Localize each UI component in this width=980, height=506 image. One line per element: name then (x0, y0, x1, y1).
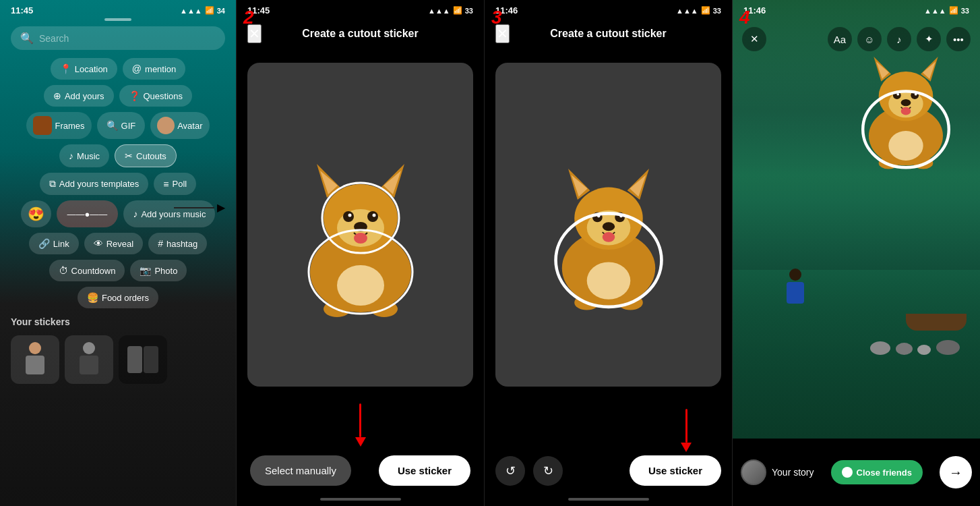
sticker-slider[interactable]: ——●—— (57, 200, 119, 227)
sticker-music[interactable]: ♪ Music (59, 144, 109, 167)
sticker-mention-label: mention (145, 64, 176, 74)
wifi-icon-4: 📶 (949, 6, 958, 15)
panel-title-3: Create a cutout sticker (550, 28, 667, 40)
sticker-poll-label: Poll (173, 179, 187, 189)
add-yours-icon: ⊕ (53, 90, 61, 101)
redo-button[interactable]: ↻ (533, 456, 563, 486)
svg-point-47 (901, 107, 911, 115)
sticker-location[interactable]: 📍 Location (51, 58, 117, 80)
sticker-row-4: ♪ Music ✂ Cutouts (8, 144, 228, 167)
sticker-link[interactable]: 🔗 Link (29, 233, 79, 254)
panel-bottom-2: Select manually Use sticker (237, 455, 484, 486)
person-head (29, 342, 41, 354)
close-friends-button[interactable]: Close friends (831, 460, 923, 484)
wifi-icon: 📶 (205, 6, 214, 15)
sticker-questions[interactable]: ❓ Questions (119, 85, 193, 107)
send-story-button[interactable]: → (940, 456, 972, 488)
search-input[interactable] (39, 33, 216, 44)
music-tool-button[interactable]: ♪ (887, 27, 911, 51)
sticker-photo[interactable]: 📷 Photo (130, 260, 187, 281)
sticker-row-9: 🍔 Food orders (8, 287, 228, 308)
sticker-add-yours[interactable]: ⊕ Add yours (44, 85, 114, 107)
sticker-gif-label: GIF (121, 121, 136, 131)
undo-redo-bar: ↺ ↻ (495, 456, 563, 486)
undo-button[interactable]: ↺ (495, 456, 525, 486)
status-time: 11:45 (11, 5, 33, 16)
arrow-head-3 (681, 443, 692, 452)
sticker-countdown[interactable]: ⏱ Countdown (49, 260, 125, 281)
arrow-shaft-3 (685, 409, 687, 443)
sticker-add-yours-templates[interactable]: ⧉ Add yours templates (40, 173, 149, 195)
sticker-mention[interactable]: @ mention (123, 58, 185, 80)
sticker-thumbs-row (0, 331, 236, 388)
signal-icon-2: ▲▲▲ (428, 7, 450, 15)
use-sticker-button-3[interactable]: Use sticker (630, 455, 721, 486)
svg-point-9 (348, 214, 351, 217)
panel-header-2: ✕ Create a cutout sticker (237, 18, 484, 49)
person-thumb-1 (22, 339, 49, 380)
avatar-small (741, 459, 766, 485)
close-story-button[interactable]: ✕ (742, 27, 766, 51)
more-tool-button[interactable]: ••• (946, 27, 971, 51)
person-body-2 (80, 356, 98, 374)
sticker-gif[interactable]: 🔍 GIF (97, 112, 146, 139)
your-story-group[interactable]: Your story (741, 459, 814, 485)
story-bottom-bar: Your story Close friends → (733, 439, 980, 506)
sticker-hashtag[interactable]: # hashtag (148, 233, 207, 254)
person-body (26, 356, 44, 374)
search-icon: 🔍 (20, 32, 34, 45)
your-stickers-heading: Your stickers (0, 308, 236, 331)
sticker-row-1: 📍 Location @ mention (8, 58, 228, 80)
slider-icon: ——●—— (67, 209, 108, 219)
svg-point-15 (337, 265, 384, 306)
sticker-questions-label: Questions (144, 91, 183, 101)
corgi-image-2 (273, 123, 448, 326)
svg-point-50 (888, 131, 923, 161)
panel-create-cutout-1: 11:45 ▲▲▲ 📶 33 ✕ Create a cutout sticker… (236, 0, 484, 506)
use-sticker-button-2[interactable]: Use sticker (379, 455, 470, 486)
sticker-hashtag-label: hashtag (166, 239, 197, 249)
sticker-link-label: Link (53, 239, 69, 249)
location-icon: 📍 (60, 63, 71, 74)
countdown-icon: ⏱ (59, 265, 68, 276)
svg-point-12 (354, 233, 367, 244)
sticker-avatar[interactable]: Avatar (150, 112, 209, 139)
svg-point-30 (602, 232, 614, 242)
sticker-tool-button[interactable]: ☺ (857, 27, 882, 51)
sticker-music-label: Music (77, 151, 100, 161)
cutouts-icon: ✂ (125, 150, 133, 161)
cutouts-arrow: ▶ (174, 201, 225, 214)
text-tool-button[interactable]: Aa (828, 27, 852, 51)
questions-icon: ❓ (129, 90, 140, 101)
add-yours-music-icon: ♪ (133, 208, 137, 219)
sticker-food-orders[interactable]: 🍔 Food orders (78, 287, 158, 308)
person-thumb-2 (75, 339, 102, 380)
sticker-thumb-3[interactable] (119, 335, 167, 384)
battery-icon-2: 33 (465, 7, 473, 15)
svg-point-7 (343, 211, 354, 222)
your-story-label: Your story (772, 467, 814, 478)
sticker-emoji[interactable]: 😍 (21, 200, 51, 227)
search-bar[interactable]: 🔍 (11, 26, 225, 50)
move-tool-button[interactable]: ✦ (917, 27, 941, 51)
boat (906, 314, 967, 331)
rock-2 (896, 343, 913, 355)
select-manually-button[interactable]: Select manually (250, 455, 351, 486)
sticker-reveal[interactable]: 👁 Reveal (84, 233, 143, 254)
move-tool-icon: ✦ (925, 33, 933, 45)
sticker-location-label: Location (75, 64, 108, 74)
person-head-2 (83, 342, 95, 354)
status-bar-2: 11:45 ▲▲▲ 📶 33 (237, 0, 484, 18)
sticker-frames-label: Frames (55, 121, 84, 131)
status-icons-3: ▲▲▲ 📶 33 (676, 6, 721, 15)
panel-header-3: ✕ Create a cutout sticker (485, 18, 732, 49)
toolbar-right: Aa ☺ ♪ ✦ ••• (828, 27, 971, 51)
sticker-thumb-2[interactable] (65, 335, 113, 384)
send-icon: → (949, 465, 962, 480)
sticker-thumb-1[interactable] (11, 335, 59, 384)
sticker-poll[interactable]: ≡ Poll (154, 173, 196, 195)
svg-point-33 (586, 262, 630, 299)
sticker-frames[interactable]: Frames (26, 112, 91, 139)
sticker-row-2: ⊕ Add yours ❓ Questions (8, 85, 228, 107)
sticker-cutouts[interactable]: ✂ Cutouts (115, 144, 177, 167)
